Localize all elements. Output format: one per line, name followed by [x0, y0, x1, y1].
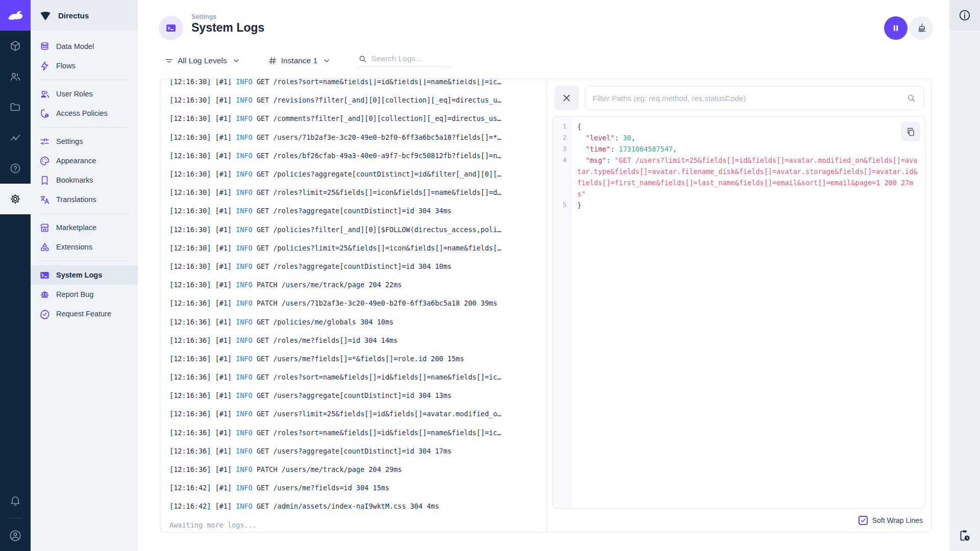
copy-json-button[interactable]: [901, 122, 920, 141]
log-row[interactable]: [12:16:30] [#1]INFOPATCH /users/me/track…: [169, 276, 547, 294]
clipboard-clock-icon[interactable]: [949, 520, 980, 551]
log-message: GET /comments?filter[_and][0][collection…: [257, 114, 502, 122]
log-row[interactable]: [12:16:36] [#1]INFOGET /users?aggregate[…: [169, 442, 547, 460]
close-detail-button[interactable]: [554, 86, 579, 110]
sidebar-item-report-bug[interactable]: Report Bug: [31, 285, 138, 304]
log-timestamp: [12:16:30] [#1]: [169, 188, 232, 196]
log-row[interactable]: [12:16:30] [#1]INFOGET /comments?filter[…: [169, 109, 547, 128]
log-row[interactable]: [12:16:36] [#1]INFOGET /users?limit=25&f…: [169, 405, 547, 423]
sidebar-item-flows[interactable]: Flows: [31, 56, 138, 76]
log-row[interactable]: [12:16:30] [#1]INFOGET /roles?limit=25&f…: [169, 183, 547, 202]
sidebar-item-request-feature[interactable]: Request Feature: [31, 304, 138, 323]
filter-paths-input[interactable]: [593, 94, 906, 103]
log-row[interactable]: [12:16:36] [#1]INFOGET /roles?sort=name&…: [169, 368, 547, 386]
pause-logs-button[interactable]: [884, 16, 908, 40]
soft-wrap-checkbox[interactable]: [859, 516, 868, 525]
module-settings[interactable]: [0, 184, 31, 214]
breadcrumb[interactable]: Settings: [191, 13, 216, 20]
sidebar-item-label: System Logs: [56, 271, 102, 279]
verified-icon: [39, 308, 50, 319]
module-content[interactable]: [0, 31, 31, 61]
log-level-badge: INFO: [236, 447, 253, 455]
line-number: 2: [553, 132, 571, 143]
log-message: PATCH /users/me/track/page 204 22ms: [257, 281, 402, 289]
instance-filter[interactable]: Instance 1: [268, 56, 331, 65]
filter-paths-field[interactable]: [585, 86, 924, 110]
log-level-badge: INFO: [236, 79, 253, 86]
log-list: [12:16:30] [#1]INFOGET /roles?sort=name&…: [160, 79, 547, 532]
module-help[interactable]: [0, 153, 31, 184]
log-level-filter[interactable]: All Log Levels: [164, 56, 240, 65]
log-message: GET /policies?filter[_and][0][$FOLLOW(di…: [257, 226, 502, 234]
log-row[interactable]: [12:16:30] [#1]INFOGET /roles/bf26cfab-4…: [169, 146, 547, 165]
log-row[interactable]: [12:16:30] [#1]INFOGET /revisions?filter…: [169, 91, 547, 109]
filter-icon: [164, 56, 174, 65]
log-level-badge: INFO: [236, 244, 253, 252]
sidebar-item-settings[interactable]: Settings: [31, 132, 138, 151]
log-row[interactable]: [12:16:36] [#1]INFOGET /roles?sort=name&…: [169, 423, 547, 442]
line-number: 3: [553, 143, 571, 155]
log-json-viewer: 1234 5 { "level": 30, "time": 1731064587…: [552, 116, 926, 509]
project-header[interactable]: Directus: [31, 0, 138, 31]
line-number-gutter: 1234 5: [553, 117, 571, 508]
sidebar-item-access-policies[interactable]: Access Policies: [31, 104, 138, 123]
module-rail: [0, 0, 31, 551]
sidebar-item-label: Translations: [56, 195, 96, 204]
log-message: PATCH /users/me/track/page 204 29ms: [257, 465, 402, 473]
clear-logs-broom-button[interactable]: [910, 16, 933, 40]
module-insights[interactable]: [0, 122, 31, 153]
log-level-badge: INFO: [236, 133, 253, 141]
log-row[interactable]: [12:16:36] [#1]INFOGET /policies/me/glob…: [169, 312, 547, 331]
log-row[interactable]: [12:16:30] [#1]INFOGET /roles?aggregate[…: [169, 202, 547, 220]
chevron-down-icon: [232, 57, 240, 65]
soft-wrap-label: Soft Wrap Lines: [872, 516, 923, 524]
module-files[interactable]: [0, 92, 31, 122]
log-row[interactable]: [12:16:30] [#1]INFOGET /policies?aggrega…: [169, 165, 547, 183]
log-message: GET /roles?aggregate[countDistinct]=id 3…: [257, 207, 452, 215]
sidebar-item-label: Report Bug: [56, 290, 93, 298]
log-level-badge: INFO: [236, 391, 253, 399]
notifications-bell-icon[interactable]: [0, 485, 31, 516]
log-message: GET /policies/me/globals 304 10ms: [257, 318, 394, 326]
log-timestamp: [12:16:36] [#1]: [169, 318, 232, 326]
sidebar-item-label: Settings: [56, 137, 83, 145]
sidebar-item-marketplace[interactable]: Marketplace: [31, 218, 138, 237]
log-row[interactable]: [12:16:36] [#1]INFOPATCH /users/71b2af3e…: [169, 294, 547, 312]
log-row[interactable]: [12:16:30] [#1]INFOGET /roles?aggregate[…: [169, 257, 547, 276]
log-row[interactable]: [12:16:42] [#1]INFOGET /admin/assets/ind…: [169, 497, 547, 515]
sidebar-item-user-roles[interactable]: User Roles: [31, 84, 138, 104]
json-code: { "level": 30, "time": 1731064587547, "m…: [571, 117, 925, 508]
info-icon[interactable]: [949, 0, 980, 31]
search-logs-field[interactable]: [358, 54, 453, 67]
log-timestamp: [12:16:30] [#1]: [169, 207, 232, 215]
log-row[interactable]: [12:16:30] [#1]INFOGET /policies?limit=2…: [169, 239, 547, 257]
log-message: GET /admin/assets/index-naI9wktM.css 304…: [257, 502, 439, 510]
log-row[interactable]: [12:16:30] [#1]INFOGET /users/71b2af3e-3…: [169, 128, 547, 146]
log-row[interactable]: [12:16:36] [#1]INFOGET /roles/me?fields[…: [169, 331, 547, 349]
log-row[interactable]: [12:16:36] [#1]INFOGET /users?aggregate[…: [169, 386, 547, 405]
log-row[interactable]: [12:16:36] [#1]INFOGET /users/me?fields[…: [169, 349, 547, 368]
log-row[interactable]: [12:16:42] [#1]INFOGET /users/me?fields=…: [169, 479, 547, 497]
log-message: GET /revisions?filter[_and][0][collectio…: [257, 96, 502, 104]
sidebar-item-appearance[interactable]: Appearance: [31, 151, 138, 170]
log-row[interactable]: [12:16:30] [#1]INFOGET /policies?filter[…: [169, 220, 547, 239]
sidebar-item-system-logs[interactable]: System Logs: [31, 265, 138, 285]
sidebar-item-data-model[interactable]: Data Model: [31, 37, 138, 56]
sidebar-divider: [39, 127, 130, 128]
sidebar-item-extensions[interactable]: Extensions: [31, 237, 138, 257]
log-row[interactable]: [12:16:30] [#1]INFOGET /roles?sort=name&…: [169, 79, 547, 91]
avatar-icon[interactable]: [0, 520, 31, 551]
sidebar-item-translations[interactable]: Translations: [31, 190, 138, 209]
log-timestamp: [12:16:30] [#1]: [169, 152, 232, 160]
log-level-badge: INFO: [236, 170, 253, 178]
search-logs-input[interactable]: [371, 54, 448, 63]
sliders-icon: [39, 136, 50, 147]
directus-logo-icon[interactable]: [0, 0, 31, 31]
module-users[interactable]: [0, 61, 31, 92]
sidebar-divider: [39, 80, 130, 80]
line-number: 1: [553, 121, 571, 132]
log-row[interactable]: [12:16:36] [#1]INFOPATCH /users/me/track…: [169, 460, 547, 479]
log-timestamp: [12:16:30] [#1]: [169, 79, 232, 86]
log-level-badge: INFO: [236, 226, 253, 234]
sidebar-item-bookmarks[interactable]: Bookmarks: [31, 170, 138, 190]
